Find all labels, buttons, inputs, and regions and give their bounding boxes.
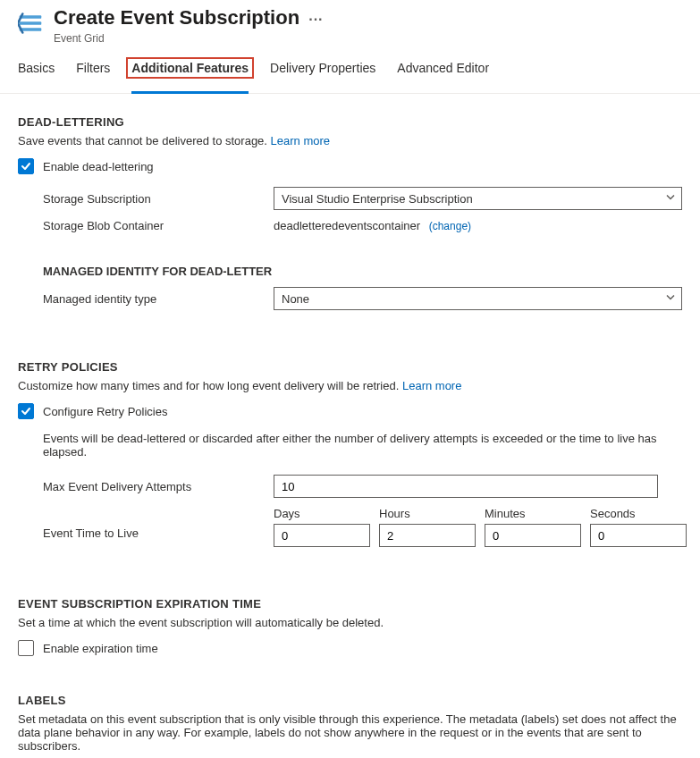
dead-lettering-learn-more-link[interactable]: Learn more [271, 134, 330, 147]
max-attempts-label: Max Event Delivery Attempts [43, 480, 274, 493]
enable-expiration-label: Enable expiration time [43, 642, 158, 655]
storage-subscription-label: Storage Subscription [43, 192, 274, 206]
section-retry-desc: Customize how many times and for how lon… [18, 379, 682, 392]
tab-basics[interactable]: Basics [18, 61, 55, 93]
section-retry-title: RETRY POLICIES [18, 360, 682, 374]
ttl-minutes-label: Minutes [485, 507, 585, 520]
chevron-down-icon [665, 192, 676, 206]
ttl-days-label: Days [274, 507, 374, 520]
ttl-hours-input[interactable] [379, 524, 476, 547]
ttl-hours-label: Hours [379, 507, 479, 520]
managed-identity-type-select[interactable]: None [274, 287, 682, 310]
retry-note: Events will be dead-lettered or discarde… [18, 432, 682, 459]
enable-expiration-checkbox[interactable] [18, 640, 34, 656]
max-attempts-input[interactable] [274, 475, 658, 498]
tab-additional-features[interactable]: Additional Features [131, 61, 249, 93]
ttl-days-input[interactable] [274, 524, 370, 547]
chevron-down-icon [665, 292, 676, 306]
section-labels-desc: Set metadata on this event subscription … [18, 712, 682, 753]
page-title: Create Event Subscription ··· [54, 5, 682, 32]
storage-blob-container-label: Storage Blob Container [43, 219, 274, 232]
page-header: Create Event Subscription ··· Event Grid [0, 0, 700, 48]
tab-filters[interactable]: Filters [76, 61, 110, 93]
tabs-bar: Basics Filters Additional Features Deliv… [0, 48, 700, 94]
configure-retry-label: Configure Retry Policies [43, 405, 167, 418]
svg-rect-1 [20, 21, 42, 25]
enable-dead-lettering-label: Enable dead-lettering [43, 160, 154, 173]
ttl-seconds-input[interactable] [590, 524, 687, 547]
more-icon[interactable]: ··· [308, 12, 323, 27]
configure-retry-checkbox[interactable] [18, 403, 34, 419]
section-dead-lettering-title: DEAD-LETTERING [18, 115, 682, 129]
section-dead-lettering-desc: Save events that cannot be delivered to … [18, 134, 682, 147]
managed-identity-type-label: Managed identity type [43, 292, 274, 306]
ttl-minutes-input[interactable] [485, 524, 581, 547]
section-labels-title: LABELS [18, 694, 682, 707]
ttl-seconds-label: Seconds [590, 507, 690, 520]
storage-blob-container-value: deadletteredeventscontainer [274, 219, 420, 232]
page-subtitle: Event Grid [54, 32, 682, 45]
enable-dead-lettering-checkbox[interactable] [18, 158, 34, 174]
managed-identity-title: MANAGED IDENTITY FOR DEAD-LETTER [18, 265, 682, 278]
ttl-label: Event Time to Live [43, 507, 274, 540]
section-expiration-desc: Set a time at which the event subscripti… [18, 616, 682, 629]
event-grid-icon [18, 11, 43, 36]
storage-subscription-select[interactable]: Visual Studio Enterprise Subscription [274, 187, 682, 210]
change-blob-container-link[interactable]: (change) [429, 220, 471, 232]
tab-delivery-properties[interactable]: Delivery Properties [270, 61, 375, 93]
retry-learn-more-link[interactable]: Learn more [402, 379, 461, 392]
section-expiration-title: EVENT SUBSCRIPTION EXPIRATION TIME [18, 597, 682, 611]
tab-highlight-box: Additional Features [126, 57, 254, 79]
tab-advanced-editor[interactable]: Advanced Editor [397, 61, 489, 93]
